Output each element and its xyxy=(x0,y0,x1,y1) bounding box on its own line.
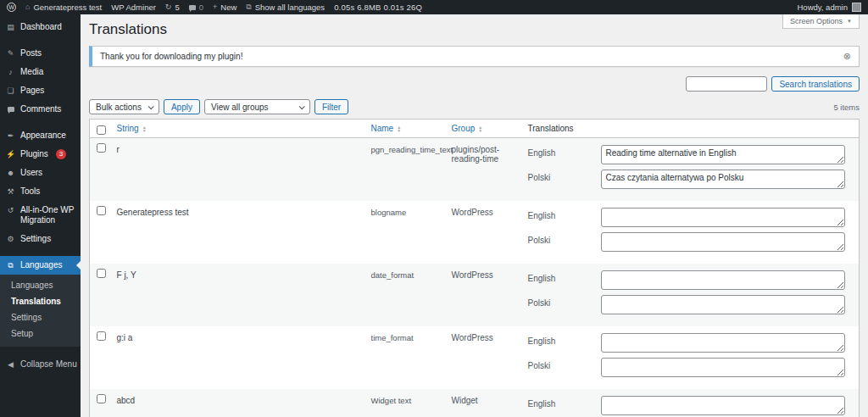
screen-options-label: Screen Options xyxy=(790,17,843,25)
group-cell: WordPress xyxy=(447,326,523,389)
sort-icon: ▲▼ xyxy=(142,125,147,132)
dismiss-notice-icon[interactable]: ⊗ xyxy=(843,52,851,61)
comments-link[interactable]: 0 xyxy=(189,3,203,12)
translation-input-english[interactable]: Reading time alternative in English xyxy=(601,145,845,164)
name-cell: time_format xyxy=(366,326,447,389)
comments-icon xyxy=(189,5,196,10)
select-all-checkbox[interactable] xyxy=(97,125,106,135)
string-cell: Generatepress test xyxy=(112,201,366,264)
notice-text: Thank you for downloading my plugin! xyxy=(100,52,242,61)
translation-input-english[interactable] xyxy=(601,208,845,227)
translation-input-polski[interactable] xyxy=(601,358,845,377)
show-all-languages-label: Show all languages xyxy=(255,3,325,12)
comments-icon xyxy=(6,104,15,114)
show-all-languages-menu[interactable]: ⧉ Show all languages xyxy=(246,3,325,12)
language-label: Polski xyxy=(528,232,601,245)
row-checkbox[interactable] xyxy=(97,206,106,215)
howdy-admin-link[interactable]: Howdy, admin xyxy=(798,3,849,12)
sidebar-item-users[interactable]: ☻Users xyxy=(0,164,81,182)
sort-by-string[interactable]: String▲▼ xyxy=(117,124,147,133)
translation-input-polski[interactable] xyxy=(601,295,845,314)
sidebar-item-media[interactable]: ♪Media xyxy=(0,63,81,81)
sidebar-item-pages[interactable]: ❏Pages xyxy=(0,81,81,100)
search-input[interactable] xyxy=(686,76,767,92)
collapse-icon: ◀ xyxy=(6,359,15,370)
string-cell: F j, Y xyxy=(112,264,366,326)
table-row: F j, Y date_format WordPress English Pol… xyxy=(90,264,860,326)
admin-bar: W ⌂ Generatepress test WP Adminer ↻ 5 0 … xyxy=(0,0,868,14)
string-cell: abcd xyxy=(112,389,366,417)
sidebar-item-migration[interactable]: ↺All-in-One WP Migration xyxy=(0,201,81,230)
table-row: Generatepress test blogname WordPress En… xyxy=(90,201,860,264)
new-label: New xyxy=(220,3,236,12)
sidebar-item-dashboard[interactable]: ▤Dashboard xyxy=(0,18,81,36)
page-title: Translations xyxy=(89,21,860,38)
media-icon: ♪ xyxy=(6,67,15,77)
screen-options-button[interactable]: Screen Options ▼ xyxy=(782,14,860,29)
sidebar-item-settings[interactable]: ⚙Settings xyxy=(0,230,81,248)
sort-by-name[interactable]: Name▲▼ xyxy=(371,124,402,133)
translation-input-english[interactable] xyxy=(601,333,845,353)
group-cell: WordPress xyxy=(447,201,523,264)
settings-icon: ⚙ xyxy=(6,234,15,244)
collapse-menu-button[interactable]: ◀Collapse Menu xyxy=(0,355,81,374)
sidebar-item-plugins[interactable]: ⚡Plugins3 xyxy=(0,145,81,164)
language-label: English xyxy=(528,333,601,346)
sidebar-item-comments[interactable]: Comments xyxy=(0,100,81,119)
sidebar-item-appearance[interactable]: ✒Appearance xyxy=(0,126,81,145)
search-translations-button[interactable]: Search translations xyxy=(771,76,860,92)
site-name-link[interactable]: ⌂ Generatepress test xyxy=(25,3,102,12)
sidebar-item-tools[interactable]: ⚒Tools xyxy=(0,182,81,201)
string-cell: r xyxy=(112,138,366,202)
new-content-menu[interactable]: + New xyxy=(213,3,236,12)
wp-adminer-label: WP Adminer xyxy=(111,3,156,12)
posts-icon: ✎ xyxy=(6,48,15,58)
chevron-down-icon xyxy=(148,103,154,109)
translations-cell: English Polski xyxy=(523,389,860,417)
bulk-actions-select[interactable]: Bulk actions xyxy=(89,99,159,114)
updates-link[interactable]: ↻ 5 xyxy=(165,3,180,12)
language-label: English xyxy=(528,145,601,158)
submenu-item-settings[interactable]: Settings xyxy=(0,309,81,325)
row-checkbox[interactable] xyxy=(97,331,106,341)
name-cell: date_format xyxy=(366,264,447,326)
translations-cell: English Polski xyxy=(523,326,860,389)
submenu-item-setup[interactable]: Setup xyxy=(0,325,81,342)
translate-icon: ⧉ xyxy=(246,3,251,11)
name-cell: pgn_reading_time_text xyxy=(366,138,447,202)
apply-button[interactable]: Apply xyxy=(164,99,200,114)
language-label: English xyxy=(528,270,601,283)
submenu-item-languages[interactable]: Languages xyxy=(0,277,81,293)
submenu-item-translations[interactable]: Translations xyxy=(0,293,81,309)
sort-icon: ▲▼ xyxy=(478,125,482,132)
home-icon: ⌂ xyxy=(25,3,30,11)
wp-adminer-link[interactable]: WP Adminer xyxy=(111,3,156,12)
group-cell: WordPress xyxy=(447,264,523,326)
chevron-down-icon: ▼ xyxy=(847,19,852,24)
row-checkbox[interactable] xyxy=(97,394,106,403)
translation-input-english[interactable] xyxy=(601,270,845,290)
translations-column-header: Translations xyxy=(523,120,860,138)
filter-button[interactable]: Filter xyxy=(314,99,348,114)
wordpress-menu[interactable]: W xyxy=(7,3,16,12)
tools-icon: ⚒ xyxy=(6,186,15,197)
languages-icon: ⧉ xyxy=(6,260,15,270)
plus-icon: + xyxy=(213,3,217,11)
languages-submenu: Languages Translations Settings Setup xyxy=(0,275,81,347)
user-avatar xyxy=(852,3,861,12)
translation-input-polski[interactable] xyxy=(601,232,845,252)
sort-by-group[interactable]: Group▲▼ xyxy=(452,124,483,133)
sidebar-item-posts[interactable]: ✎Posts xyxy=(0,44,81,63)
migration-icon: ↺ xyxy=(6,205,15,215)
group-filter-select[interactable]: View all groups xyxy=(204,99,310,114)
row-checkbox[interactable] xyxy=(97,269,106,278)
row-checkbox[interactable] xyxy=(97,143,106,153)
admin-notice: Thank you for downloading my plugin! ⊗ xyxy=(89,46,860,67)
table-row: g:i a time_format WordPress English Pols… xyxy=(90,326,860,389)
dashboard-icon: ▤ xyxy=(6,22,15,32)
translation-input-polski[interactable]: Czas czytania alternatywa po Polsku xyxy=(601,170,845,189)
translation-input-english[interactable] xyxy=(601,396,845,415)
language-label: English xyxy=(528,208,601,220)
plugins-update-badge: 3 xyxy=(56,149,66,159)
sidebar-item-languages[interactable]: ⧉Languages xyxy=(0,256,81,275)
